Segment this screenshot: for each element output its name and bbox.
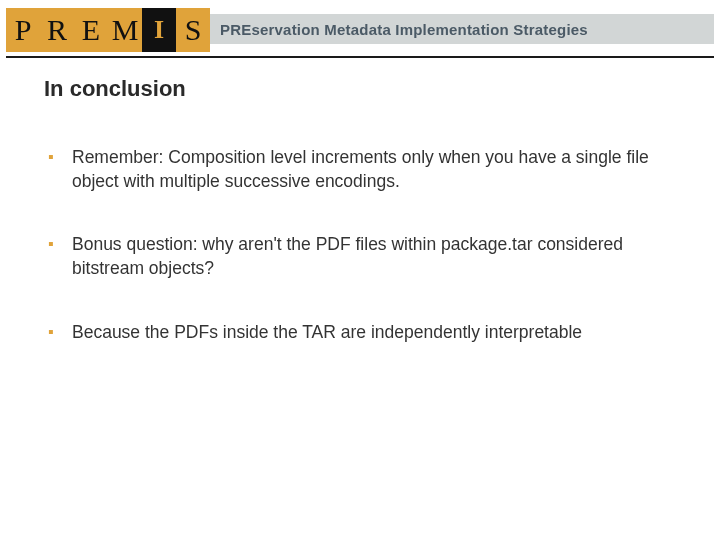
- list-item: Because the PDFs inside the TAR are inde…: [44, 321, 676, 345]
- logo-glyph: I: [154, 17, 164, 43]
- slide: P R E M I S PREservation Metadata Implem…: [0, 8, 720, 540]
- logo-letter: S: [176, 8, 210, 52]
- list-item: Bonus question: why aren't the PDF files…: [44, 233, 676, 280]
- logo-letter: M: [108, 8, 142, 52]
- list-item: Remember: Composition level increments o…: [44, 146, 676, 193]
- logo-letter: P: [6, 8, 40, 52]
- logo-glyph: M: [112, 15, 139, 45]
- header-title-rest: servation Metadata Implementation Strate…: [251, 21, 587, 38]
- header: P R E M I S PREservation Metadata Implem…: [6, 8, 714, 52]
- logo-letter: R: [40, 8, 74, 52]
- premis-logo: P R E M I S: [6, 8, 210, 52]
- logo-glyph: P: [15, 15, 32, 45]
- content: In conclusion Remember: Composition leve…: [0, 58, 720, 344]
- logo-glyph: S: [185, 15, 202, 45]
- logo-letter: I: [142, 8, 176, 52]
- bullet-list: Remember: Composition level increments o…: [44, 146, 676, 344]
- header-title-prefix: PRE: [220, 21, 251, 38]
- slide-heading: In conclusion: [44, 76, 676, 102]
- header-title-band: PREservation Metadata Implementation Str…: [210, 14, 714, 44]
- logo-glyph: E: [82, 15, 100, 45]
- header-title: PREservation Metadata Implementation Str…: [220, 21, 588, 38]
- logo-glyph: R: [47, 15, 67, 45]
- logo-letter: E: [74, 8, 108, 52]
